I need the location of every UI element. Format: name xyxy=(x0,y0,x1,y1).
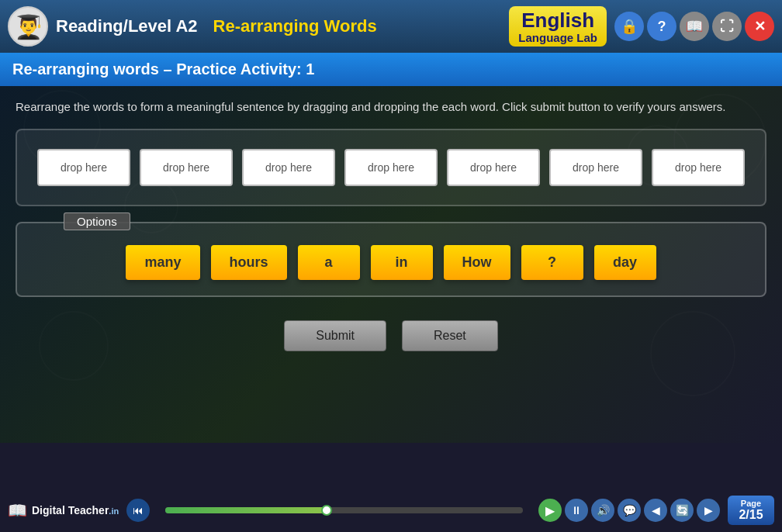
options-label: Options xyxy=(64,212,130,230)
footer-logo: 📖 Digital Teacher.in xyxy=(8,501,119,520)
drop-zone[interactable]: drop here drop here drop here drop here … xyxy=(16,129,766,206)
fullscreen-button[interactable]: ⛶ xyxy=(712,12,742,41)
drop-box-6[interactable]: drop here xyxy=(549,149,642,186)
drop-box-3-label: drop here xyxy=(265,161,312,174)
drop-box-6-label: drop here xyxy=(573,161,619,174)
logo-main-text: Digital Teacher xyxy=(32,504,109,516)
page-number: 2/15 xyxy=(739,508,763,522)
word-button-day[interactable]: day xyxy=(594,245,656,280)
brand-title: English xyxy=(521,9,594,32)
volume-button[interactable]: 🔊 xyxy=(591,499,614,522)
word-button-question[interactable]: ? xyxy=(521,245,583,280)
drop-box-5[interactable]: drop here xyxy=(447,149,540,186)
header-controls: English Language Lab 🔒 ? 📖 ⛶ ✕ xyxy=(509,6,774,47)
drop-box-2-label: drop here xyxy=(163,161,209,174)
submit-button[interactable]: Submit xyxy=(284,320,386,351)
drop-box-1-label: drop here xyxy=(61,161,107,174)
brand-sub: Language Lab xyxy=(518,32,597,43)
word-button-a[interactable]: a xyxy=(298,245,360,280)
action-buttons: Submit Reset xyxy=(16,313,766,359)
main-content: Rearrange the words to form a meaningful… xyxy=(0,86,782,443)
progress-thumb xyxy=(321,505,332,516)
word-buttons-container: many hours a in How ? day xyxy=(29,245,753,280)
word-button-hours[interactable]: hours xyxy=(211,245,287,280)
drop-box-1[interactable]: drop here xyxy=(37,149,130,186)
sub-header: Re-arranging words – Practice Activity: … xyxy=(0,53,782,86)
pause-button[interactable]: ⏸ xyxy=(565,499,588,522)
logo-icon: 📖 xyxy=(8,501,27,520)
options-section: Options many hours a in How ? day xyxy=(16,222,766,297)
footer: 📖 Digital Teacher.in ⏮ ▶ ⏸ 🔊 💬 ◀ 🔄 ▶ Pag… xyxy=(0,489,782,532)
word-button-how[interactable]: How xyxy=(444,245,510,280)
progress-bar-fill xyxy=(165,507,326,513)
page-indicator: Page 2/15 xyxy=(728,496,774,525)
drop-box-2[interactable]: drop here xyxy=(140,149,233,186)
prev-button[interactable]: ◀ xyxy=(644,499,667,522)
drop-box-4-label: drop here xyxy=(368,161,414,174)
word-button-many[interactable]: many xyxy=(126,245,199,280)
avatar: 👨‍🎓 xyxy=(8,6,48,47)
close-button[interactable]: ✕ xyxy=(745,12,774,41)
instructions: Rearrange the words to form a meaningful… xyxy=(16,98,766,116)
drop-box-3[interactable]: drop here xyxy=(242,149,335,186)
drop-box-5-label: drop here xyxy=(470,161,517,174)
drop-box-7[interactable]: drop here xyxy=(652,149,745,186)
lock-button[interactable]: 🔒 xyxy=(614,12,644,41)
play-button[interactable]: ▶ xyxy=(538,499,562,522)
progress-bar-container xyxy=(165,507,523,513)
reset-button[interactable]: Reset xyxy=(402,320,498,351)
logo-suffix: .in xyxy=(109,506,119,516)
sub-header-title: Re-arranging words – Practice Activity: … xyxy=(12,60,314,78)
drop-box-7-label: drop here xyxy=(675,161,721,174)
logo-text: Digital Teacher.in xyxy=(32,504,119,516)
help-button[interactable]: ? xyxy=(647,12,676,41)
header-activity: Re-arranging Words xyxy=(213,16,377,36)
header-title: Reading/Level A2 xyxy=(56,16,198,36)
word-button-in[interactable]: in xyxy=(371,245,433,280)
drop-box-4[interactable]: drop here xyxy=(344,149,438,186)
next-button[interactable]: ▶ xyxy=(697,499,720,522)
brand-box: English Language Lab xyxy=(509,6,607,47)
book-button[interactable]: 📖 xyxy=(680,12,709,41)
page-label: Page xyxy=(739,499,763,508)
footer-home-button[interactable]: ⏮ xyxy=(126,499,150,522)
header: 👨‍🎓 Reading/Level A2 Re-arranging Words … xyxy=(0,0,782,53)
footer-controls: ▶ ⏸ 🔊 💬 ◀ 🔄 ▶ xyxy=(538,499,720,522)
avatar-icon: 👨‍🎓 xyxy=(14,13,43,40)
refresh-button[interactable]: 🔄 xyxy=(670,499,694,522)
captions-button[interactable]: 💬 xyxy=(618,499,641,522)
